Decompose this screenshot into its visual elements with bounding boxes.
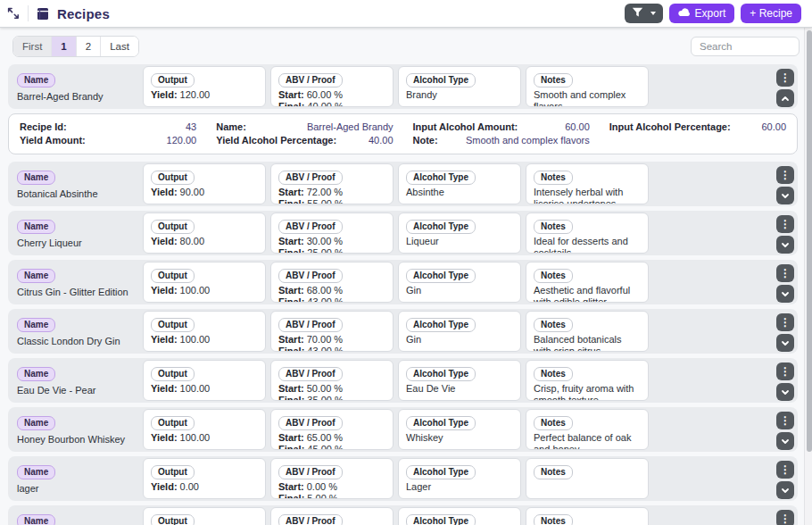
notes-field-badge: Notes <box>534 367 573 381</box>
abv-proof-field: ABV / Proof Start:70.00 % Final:43.00 % <box>270 311 394 352</box>
name-field: Name Citrus Gin - Glitter Edition <box>10 262 143 303</box>
chevron-down-icon <box>780 240 791 250</box>
alcohol-type-value: Liqueur <box>406 236 513 247</box>
notes-field-badge: Notes <box>534 416 573 430</box>
expand-toggle-button[interactable] <box>776 187 794 204</box>
pagination-page-2-button[interactable]: 2 <box>77 37 101 56</box>
kebab-menu-button[interactable]: ⋮ <box>776 412 794 429</box>
chevron-down-icon <box>780 486 791 496</box>
alcohol-type-field: Alcohol Type Eau De Vie <box>398 360 521 401</box>
notes-field-badge: Notes <box>534 73 573 88</box>
kebab-icon: ⋮ <box>780 170 791 180</box>
abv-proof-field: ABV / Proof Start:30.00 % Final:25.00 % <box>270 212 394 254</box>
output-field-badge: Output <box>151 73 195 88</box>
recipe-detail-panel: Recipe Id: 43 Name: Barrel-Aged Brandy I… <box>8 113 798 154</box>
expand-toggle-button[interactable] <box>776 334 794 352</box>
alcohol-type-field-badge: Alcohol Type <box>406 416 476 430</box>
abv-start-value: Start:72.00 % <box>278 187 385 198</box>
recipe-name: Classic London Dry Gin <box>17 336 137 347</box>
recipe-card: Name Honey Bourbon Whiskey Output Yield:… <box>8 407 798 452</box>
recipe-name: Cherry Liqueur <box>17 238 137 249</box>
kebab-menu-button[interactable]: ⋮ <box>776 215 794 233</box>
notes-field-badge: Notes <box>534 318 573 332</box>
kebab-icon: ⋮ <box>780 219 791 229</box>
recipe-card: Name Eau De Vie - Pear Output Yield:100.… <box>8 358 798 403</box>
name-field-badge: Name <box>17 318 55 332</box>
recipe-name: lager <box>17 483 137 495</box>
expand-toggle-button[interactable] <box>776 383 794 401</box>
search-input[interactable] <box>691 37 800 56</box>
expand-toggle-button[interactable] <box>776 481 794 499</box>
expand-toggle-button[interactable] <box>776 432 794 450</box>
kebab-menu-button[interactable]: ⋮ <box>776 313 794 331</box>
kebab-menu-button[interactable]: ⋮ <box>776 461 794 479</box>
kebab-menu-button[interactable]: ⋮ <box>776 510 794 525</box>
abv-start-value: Start:60.00 % <box>278 89 385 101</box>
notes-field: Notes Smooth and complex flavors <box>526 66 649 107</box>
abv-proof-field: ABV / Proof Start:0.00 % Final:5.00 % <box>270 458 394 499</box>
yield-value: Yield:80.00 <box>151 236 258 247</box>
export-button[interactable]: Export <box>669 4 735 23</box>
notes-field: Notes Crisp, fruity aroma with smooth te… <box>526 360 649 401</box>
kebab-menu-button[interactable]: ⋮ <box>776 362 794 380</box>
output-field-badge: Output <box>151 416 195 430</box>
vertical-scrollbar <box>804 28 812 525</box>
chevron-down-icon <box>780 94 791 104</box>
recipe-card: Name lager Output Yield:0.00 ABV / Proof… <box>8 456 798 501</box>
alcohol-type-value: Gin <box>406 285 513 296</box>
abv-final-value: Final:5.00 % <box>278 493 385 499</box>
name-field: Name Eau De Vie - Pear <box>10 360 143 401</box>
abv-final-value: Final:45.00 % <box>278 444 385 450</box>
alcohol-type-field-badge: Alcohol Type <box>406 171 476 185</box>
alcohol-type-field: Alcohol Type Lager <box>398 458 521 499</box>
pagination-first-button[interactable]: First <box>13 37 52 56</box>
name-field-badge: Name <box>17 465 55 479</box>
scrollbar-thumb[interactable] <box>807 30 812 452</box>
collapse-icon[interactable] <box>7 7 20 20</box>
abv-final-value: Final:35.00 % <box>278 395 385 401</box>
kebab-icon: ⋮ <box>780 513 791 524</box>
notes-value: Perfect balance of oak and honey <box>534 432 641 450</box>
detail-yield-alcohol-percentage: Yield Alcohol Percentage: 40.00 <box>216 135 393 146</box>
notes-field-badge: Notes <box>534 220 573 234</box>
notes-field: Notes <box>526 458 649 499</box>
abv-final-value: Final:55.00 % <box>278 198 385 204</box>
add-recipe-button[interactable]: + Recipe <box>741 4 801 23</box>
expand-toggle-button[interactable] <box>776 89 794 107</box>
expand-toggle-button[interactable] <box>776 236 794 254</box>
recipe-card: Name Botanical Absinthe Output Yield:90.… <box>8 162 798 206</box>
filter-dropdown-button[interactable] <box>625 4 663 23</box>
notes-field-badge: Notes <box>534 465 573 479</box>
yield-value: Yield:100.00 <box>151 334 258 346</box>
notes-field: Notes Ideal for desserts and cocktails <box>526 212 649 254</box>
alcohol-type-value: Eau De Vie <box>406 383 513 395</box>
kebab-menu-button[interactable]: ⋮ <box>776 69 794 87</box>
recipe-card: Name Barrel-Aged Brandy Output Yield:120… <box>8 64 798 109</box>
recipe-list: Name Barrel-Aged Brandy Output Yield:120… <box>0 64 812 525</box>
abv-start-value: Start:68.00 % <box>278 285 385 296</box>
alcohol-type-field-badge: Alcohol Type <box>406 220 476 234</box>
abv-proof-field: ABV / Proof Start:72.00 % Final:55.00 % <box>270 163 394 204</box>
notes-value: Intensely herbal with licorice undertone… <box>534 187 641 204</box>
chevron-down-icon <box>780 289 791 299</box>
output-field: Output Yield:100.00 <box>143 311 266 352</box>
kebab-menu-button[interactable]: ⋮ <box>776 166 794 184</box>
expand-toggle-button[interactable] <box>776 285 794 303</box>
kebab-menu-button[interactable]: ⋮ <box>776 264 794 282</box>
pagination-page-1-button[interactable]: 1 <box>52 37 76 56</box>
alcohol-type-value: Lager <box>406 481 513 493</box>
alcohol-type-value: Gin <box>406 334 513 346</box>
yield-value: Yield:100.00 <box>151 383 258 395</box>
name-field-badge: Name <box>17 367 55 381</box>
recipe-name: Honey Bourbon Whiskey <box>17 434 137 446</box>
alcohol-type-field: Alcohol Type Brandy <box>398 66 521 107</box>
pagination-last-button[interactable]: Last <box>101 37 138 56</box>
notes-field: Notes Intensely herbal with licorice und… <box>526 163 649 204</box>
recipe-name: Eau De Vie - Pear <box>17 385 137 396</box>
page-title: Recipes <box>57 6 110 21</box>
abv-proof-field-badge: ABV / Proof <box>278 73 343 88</box>
output-field: Output Yield:80.00 <box>143 212 266 254</box>
abv-proof-field-badge: ABV / Proof <box>278 171 343 185</box>
notes-field-badge: Notes <box>534 514 573 525</box>
output-field-badge: Output <box>151 318 195 332</box>
